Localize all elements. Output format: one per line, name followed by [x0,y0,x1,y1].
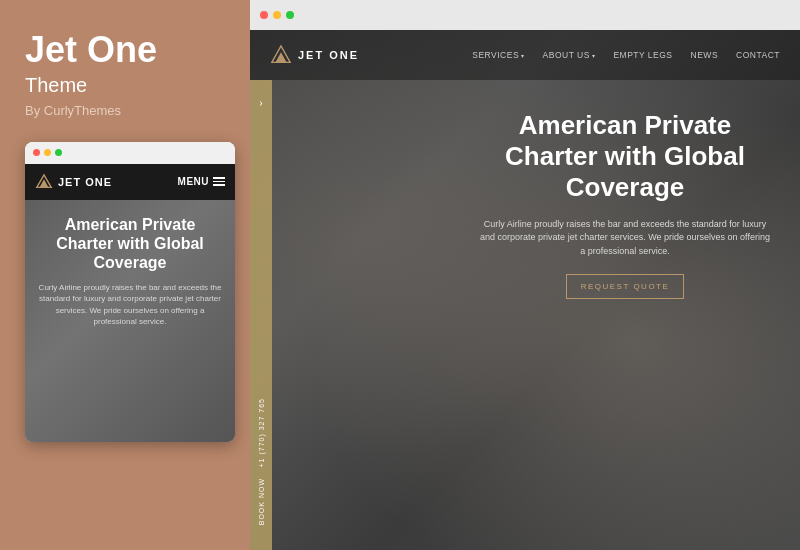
mobile-hero-text: Curly Airline proudly raises the bar and… [37,282,223,327]
nav-about-label: ABOUT US [543,50,590,60]
menu-label: MENU [178,176,209,187]
side-bar-phone: +1 (770) 327 765 [258,398,265,468]
mobile-mockup: JET ONE MENU American Private Charter wi… [25,142,235,442]
browser-maximize-dot[interactable] [286,11,294,19]
nav-empty-legs-label: EMPTY LEGS [613,50,672,60]
mobile-hero-title: American Private Charter with Global Cov… [37,215,223,273]
browser-chrome [250,0,800,30]
mobile-logo: JET ONE [35,173,112,191]
mobile-nav: JET ONE MENU [25,164,235,200]
mobile-dot-red [33,149,40,156]
right-panel: JET ONE SERVICES ▾ ABOUT US ▾ EMPTY LEGS… [250,0,800,550]
site-logo-icon [270,44,292,66]
nav-contact-label: CONTACT [736,50,780,60]
theme-subtitle: Theme [25,74,87,97]
chevron-down-icon-2: ▾ [592,52,596,59]
mobile-dot-green [55,149,62,156]
hamburger-line-2 [213,181,225,183]
browser-minimize-dot[interactable] [273,11,281,19]
side-bar-book-now: BOOK NOW [258,478,265,525]
hamburger-icon [213,177,225,186]
hero-content: American Private Charter with Global Cov… [480,110,770,299]
nav-empty-legs[interactable]: EMPTY LEGS [613,50,672,60]
browser-close-dot[interactable] [260,11,268,19]
nav-news[interactable]: NEWS [691,50,719,60]
mobile-hero: American Private Charter with Global Cov… [25,200,235,442]
mobile-hero-content: American Private Charter with Global Cov… [37,215,223,327]
mobile-dot-yellow [44,149,51,156]
mobile-dots [25,142,235,164]
site-nav-links: SERVICES ▾ ABOUT US ▾ EMPTY LEGS NEWS CO… [472,50,780,60]
theme-title: Jet One [25,30,157,70]
nav-contact[interactable]: CONTACT [736,50,780,60]
side-bar-arrow-icon: › [259,95,263,110]
hero-title: American Private Charter with Global Cov… [480,110,770,204]
mobile-logo-icon [35,173,53,191]
side-bar: › +1 (770) 327 765 BOOK NOW [250,80,272,550]
hamburger-line-3 [213,184,225,186]
left-panel: Jet One Theme By CurlyThemes JET ONE MEN… [0,0,250,550]
mobile-menu-button[interactable]: MENU [178,176,225,187]
request-quote-button[interactable]: REQUEST QUOTE [566,274,685,299]
hero-description: Curly Airline proudly raises the bar and… [480,218,770,259]
chevron-down-icon: ▾ [521,52,525,59]
nav-services[interactable]: SERVICES ▾ [472,50,524,60]
theme-author: By CurlyThemes [25,103,121,118]
mobile-logo-text: JET ONE [58,176,112,188]
nav-about-us[interactable]: ABOUT US ▾ [543,50,596,60]
nav-services-label: SERVICES [472,50,519,60]
site-logo-text: JET ONE [298,49,359,61]
hamburger-line-1 [213,177,225,179]
nav-news-label: NEWS [691,50,719,60]
site-nav: JET ONE SERVICES ▾ ABOUT US ▾ EMPTY LEGS… [250,30,800,80]
site-logo: JET ONE [270,44,359,66]
website-preview: JET ONE SERVICES ▾ ABOUT US ▾ EMPTY LEGS… [250,30,800,550]
